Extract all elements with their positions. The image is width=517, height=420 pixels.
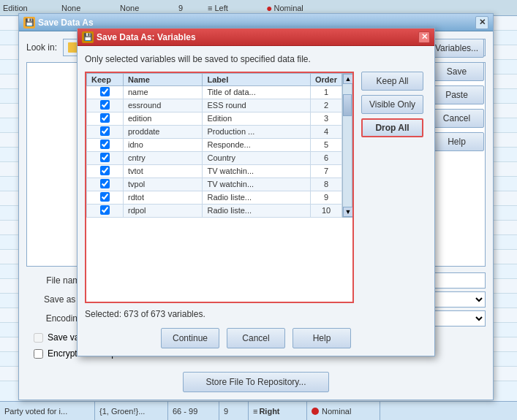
name-cell: rdpol [124, 204, 203, 217]
variables-area: Keep Name Label Order nameTitle of data.… [85, 72, 427, 303]
bottom-cell-4: ≡ Right [249, 402, 307, 420]
table-row: cntryCountry6 [87, 151, 342, 164]
order-cell: 2 [311, 99, 342, 112]
label-cell: Title of data... [203, 85, 311, 99]
keep-checkbox[interactable] [100, 153, 110, 162]
variables-button[interactable]: Variables... [429, 39, 484, 58]
name-cell: cntry [124, 151, 203, 164]
inner-dialog-close-button[interactable]: ✕ [418, 31, 430, 43]
table-row: nameTitle of data...1 [87, 85, 342, 99]
order-cell: 10 [311, 204, 342, 217]
encoding-label: Encoding: [26, 313, 85, 324]
table-row: idnoResponde...5 [87, 138, 342, 151]
save-as-type-label: Save as ty [26, 294, 85, 305]
col-name: Name [124, 73, 203, 85]
save-button[interactable]: Save [429, 62, 484, 81]
outer-dialog-close-button[interactable]: ✕ [475, 16, 488, 29]
label-cell: Production ... [203, 125, 311, 138]
outer-right-buttons: Variables... Save Paste Cancel Help [429, 39, 484, 151]
outer-dialog-title-area: 💾 Save Data As [23, 17, 94, 28]
order-cell: 6 [311, 151, 342, 164]
order-cell: 7 [311, 164, 342, 177]
label-cell: ESS round [203, 99, 311, 112]
label-cell: Edition [203, 112, 311, 125]
name-cell: proddate [124, 125, 203, 138]
inner-dialog: 💾 Save Data As: Variables ✕ Only selecte… [77, 28, 435, 356]
col-order: Order [311, 73, 342, 85]
keep-checkbox[interactable] [100, 166, 110, 175]
keep-cell[interactable] [87, 112, 124, 125]
keep-cell[interactable] [87, 85, 124, 99]
name-cell: tvpol [124, 177, 203, 191]
scroll-up-button[interactable]: ▲ [343, 74, 352, 84]
name-cell: essround [124, 99, 203, 112]
order-cell: 1 [311, 85, 342, 99]
help-button[interactable]: Help [429, 132, 484, 151]
bottom-cell-3: 9 [219, 402, 249, 420]
inner-dialog-title: Save Data As: Variables [97, 32, 196, 42]
visible-only-button[interactable]: Visible Only [361, 95, 423, 114]
bottom-cell-2: 66 - 99 [168, 402, 219, 420]
name-cell: name [124, 85, 203, 99]
keep-checkbox[interactable] [100, 192, 110, 202]
bottom-cell-1: {1, Groen!}... [95, 402, 168, 420]
keep-cell[interactable] [87, 191, 124, 204]
inner-help-button[interactable]: Help [293, 328, 351, 348]
nominal-dot-icon [312, 408, 319, 415]
name-cell: edition [124, 112, 203, 125]
bottom-bar: Party voted for i... {1, Groen!}... 66 -… [0, 401, 517, 420]
name-cell: idno [124, 138, 203, 151]
table-row: proddateProduction ...4 [87, 125, 342, 138]
keep-checkbox[interactable] [100, 87, 110, 96]
table-with-scroll: Keep Name Label Order nameTitle of data.… [86, 73, 352, 218]
label-cell: Radio liste... [203, 204, 311, 217]
cancel-button[interactable]: Cancel [429, 109, 484, 128]
name-cell: rdtot [124, 191, 203, 204]
look-in-label: Look in: [26, 42, 57, 53]
variable-action-buttons: Keep All Visible Only Drop All [361, 72, 427, 303]
keep-checkbox[interactable] [100, 113, 110, 123]
encrypt-checkbox[interactable] [34, 349, 43, 359]
inner-dialog-content: Only selected variables will be saved to… [78, 46, 434, 356]
inner-dialog-titlebar: 💾 Save Data As: Variables ✕ [78, 28, 434, 46]
inner-save-icon: 💾 [82, 31, 94, 43]
keep-checkbox[interactable] [100, 179, 110, 188]
label-cell: TV watchin... [203, 177, 311, 191]
save-icon: 💾 [23, 17, 35, 28]
drop-all-button[interactable]: Drop All [361, 118, 423, 137]
keep-cell[interactable] [87, 177, 124, 191]
keep-checkbox[interactable] [100, 126, 110, 136]
keep-cell[interactable] [87, 164, 124, 177]
keep-checkbox[interactable] [100, 140, 110, 149]
inner-dialog-title-area: 💾 Save Data As: Variables [82, 31, 196, 43]
store-file-button[interactable]: Store File To Repository... [183, 372, 329, 392]
keep-cell[interactable] [87, 204, 124, 217]
order-cell: 4 [311, 125, 342, 138]
sas-checkbox[interactable] [34, 333, 43, 343]
table-scrollbar[interactable]: ▲ ▼ [342, 73, 352, 218]
keep-cell[interactable] [87, 151, 124, 164]
keep-cell[interactable] [87, 99, 124, 112]
keep-cell[interactable] [87, 125, 124, 138]
bottom-action-buttons: Continue Cancel Help [85, 328, 427, 348]
bottom-cell-0: Party voted for i... [0, 402, 95, 420]
keep-cell[interactable] [87, 138, 124, 151]
variables-table: Keep Name Label Order nameTitle of data.… [86, 73, 342, 218]
variables-table-container: Keep Name Label Order nameTitle of data.… [85, 72, 354, 303]
scroll-down-button[interactable]: ▼ [343, 207, 352, 217]
inner-cancel-button[interactable]: Cancel [227, 328, 285, 348]
keep-checkbox[interactable] [100, 205, 110, 215]
table-scroll-inner: Keep Name Label Order nameTitle of data.… [86, 73, 342, 218]
outer-dialog-title: Save Data As [38, 18, 94, 28]
label-cell: Radio liste... [203, 191, 311, 204]
continue-button[interactable]: Continue [161, 328, 219, 348]
col-keep: Keep [87, 73, 124, 85]
paste-button[interactable]: Paste [429, 85, 484, 104]
keep-checkbox[interactable] [100, 100, 110, 110]
order-cell: 8 [311, 177, 342, 191]
scroll-thumb[interactable] [343, 94, 352, 116]
table-row: tvtotTV watchin...7 [87, 164, 342, 177]
keep-all-button[interactable]: Keep All [361, 72, 423, 91]
order-cell: 5 [311, 138, 342, 151]
file-name-label: File name [26, 275, 85, 286]
